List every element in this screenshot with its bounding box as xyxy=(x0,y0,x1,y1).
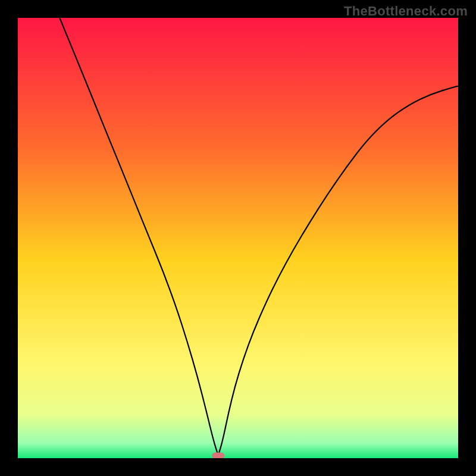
vertex-marker xyxy=(212,452,224,458)
bottleneck-chart xyxy=(18,18,458,458)
watermark-text: TheBottleneck.com xyxy=(344,4,468,19)
plot-area xyxy=(18,18,458,458)
chart-frame: TheBottleneck.com xyxy=(0,0,476,476)
gradient-background xyxy=(18,18,458,458)
